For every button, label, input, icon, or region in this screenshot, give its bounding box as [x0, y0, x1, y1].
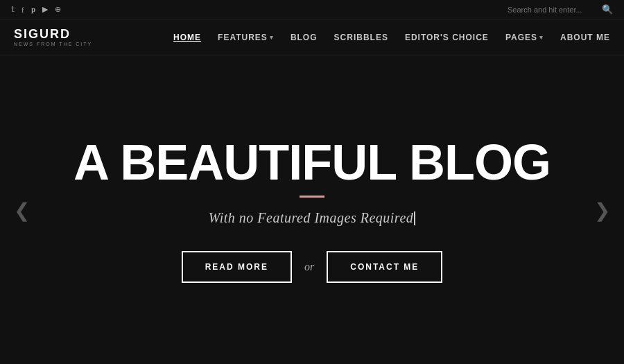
nav-item-blog[interactable]: BLOG: [291, 33, 318, 42]
nav-item-features[interactable]: FEATURES ▾: [218, 33, 274, 42]
logo-title: SIGURD: [14, 28, 92, 40]
nav-item-scribbles[interactable]: SCRIBBLES: [334, 33, 388, 42]
social-icons: 𝕥 f 𝐩 ▶ ⊕: [11, 5, 61, 14]
search-input[interactable]: [508, 6, 598, 14]
hero-next-arrow[interactable]: ❯: [587, 191, 617, 228]
hero-buttons: READ MORE or CONTACT ME: [182, 251, 443, 283]
top-bar: 𝕥 f 𝐩 ▶ ⊕ 🔍: [0, 0, 624, 19]
read-more-button[interactable]: READ MORE: [182, 251, 292, 283]
hero-prev-arrow[interactable]: ❮: [7, 191, 37, 228]
twitter-icon[interactable]: 𝕥: [11, 5, 15, 14]
search-icon[interactable]: 🔍: [602, 4, 613, 15]
search-area: 🔍: [508, 4, 613, 15]
hero-divider: [300, 196, 324, 198]
contact-me-button[interactable]: CONTACT ME: [327, 251, 442, 283]
nav-item-editors-choice[interactable]: EDITOR'S CHOICE: [405, 33, 489, 42]
text-cursor: [414, 211, 415, 225]
chevron-down-icon: ▾: [270, 34, 274, 41]
pinterest-icon[interactable]: 𝐩: [31, 5, 35, 14]
hero-subtitle: With no Featured Images Required: [209, 210, 416, 226]
rss-icon[interactable]: ⊕: [55, 5, 61, 14]
nav-item-pages[interactable]: PAGES ▾: [505, 33, 544, 42]
facebook-icon[interactable]: f: [21, 6, 24, 14]
chevron-down-icon-pages: ▾: [539, 34, 544, 41]
nav-item-home[interactable]: HOME: [173, 33, 201, 42]
nav-links: HOME FEATURES ▾ BLOG SCRIBBLES EDITOR'S …: [173, 33, 610, 42]
nav-bar: SIGURD NEWS FROM THE CITY HOME FEATURES …: [0, 19, 624, 55]
hero-section: ❮ ❯ A BEAUTIFUL BLOG With no Featured Im…: [0, 55, 624, 364]
or-label: or: [304, 261, 314, 273]
hero-content: A BEAUTIFUL BLOG With no Featured Images…: [73, 137, 551, 283]
logo[interactable]: SIGURD NEWS FROM THE CITY: [14, 28, 92, 46]
youtube-icon[interactable]: ▶: [42, 5, 48, 14]
hero-title: A BEAUTIFUL BLOG: [73, 137, 551, 187]
nav-item-about[interactable]: ABOUT ME: [560, 33, 610, 42]
logo-subtitle: NEWS FROM THE CITY: [14, 42, 92, 46]
